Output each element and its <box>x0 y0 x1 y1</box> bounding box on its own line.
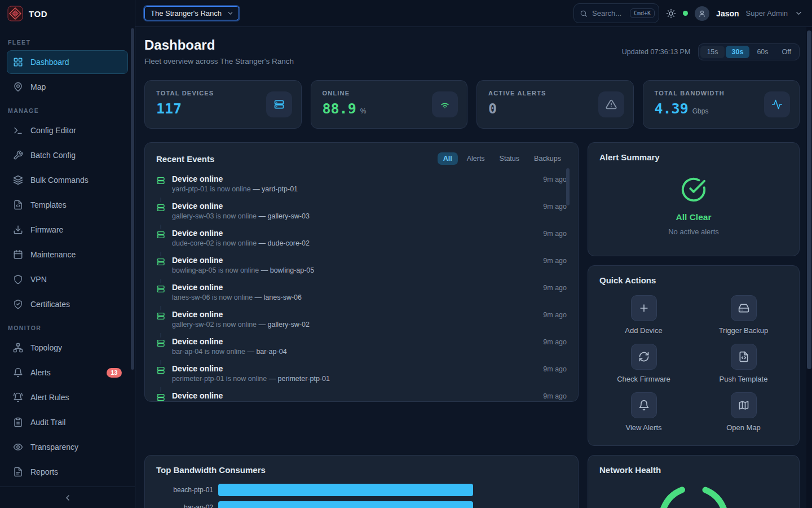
interval-button-off[interactable]: Off <box>776 46 797 58</box>
page-title: Dashboard <box>144 37 294 53</box>
stat-value: 88.9 <box>323 100 356 117</box>
event-row[interactable]: Device online 9m ago dude-core-02 is now… <box>156 225 567 252</box>
interval-button-15s[interactable]: 15s <box>700 46 724 58</box>
sidebar-nav: FLEET Dashboard Map MANAGE Config Editor… <box>0 27 135 484</box>
sidebar-item-map[interactable]: Map <box>7 75 128 99</box>
quick-action-trigger-backup[interactable]: Trigger Backup <box>694 295 793 335</box>
sidebar-item-reports[interactable]: Reports <box>7 460 128 484</box>
top-bandwidth-title: Top Bandwidth Consumers <box>156 465 266 475</box>
event-row[interactable]: Device online 9m ago gallery-sw-03 is no… <box>156 198 567 225</box>
sidebar-item-firmware[interactable]: Firmware <box>7 218 128 242</box>
quick-actions-grid: Add Device Trigger Backup Check Firmware… <box>588 291 799 432</box>
search-shortcut-badge: Cmd+K <box>630 8 655 18</box>
file-text-icon <box>13 467 23 477</box>
quick-action-open-map[interactable]: Open Map <box>694 392 793 432</box>
event-title: Device online <box>172 202 223 211</box>
event-title: Device online <box>172 310 223 319</box>
stat-icon-box <box>598 91 624 117</box>
sidebar-collapse-button[interactable] <box>0 487 135 508</box>
sidebar-item-audit-trail[interactable]: Audit Trail <box>7 410 128 434</box>
main-scrollbar-thumb[interactable] <box>807 30 811 369</box>
stat-cards: TOTAL DEVICES 117 ONLINE 88.9 % ACTIVE A… <box>144 80 800 129</box>
sidebar-item-topology[interactable]: Topology <box>7 336 128 360</box>
sidebar-item-transparency[interactable]: Transparency <box>7 435 128 459</box>
avatar[interactable] <box>695 6 709 21</box>
sidebar-item-label: Audit Trail <box>30 418 65 427</box>
event-time: 9m ago <box>543 257 567 265</box>
eye-icon <box>13 442 23 452</box>
quick-action-push-template[interactable]: Push Template <box>694 344 793 383</box>
quick-actions-panel: Quick Actions Add Device Trigger Backup … <box>588 265 800 446</box>
bell-icon <box>13 367 23 378</box>
brand-name: TOD <box>29 9 47 19</box>
alert-summary-title: Alert Summary <box>599 152 660 162</box>
event-time: 9m ago <box>543 203 567 211</box>
quick-action-add-device[interactable]: Add Device <box>594 295 694 335</box>
bar <box>218 484 473 496</box>
quick-action-label: Open Map <box>726 423 761 432</box>
network-health-panel: Network Health 88 <box>588 455 800 508</box>
main-content: Dashboard Fleet overview across The Stra… <box>135 27 812 508</box>
user-icon <box>698 10 706 17</box>
sidebar-item-label: Alerts <box>30 368 51 377</box>
layers-icon <box>13 175 23 185</box>
bell-icon <box>638 400 650 411</box>
user-menu-chevron[interactable] <box>795 9 803 17</box>
sidebar-item-label: Config Editor <box>30 126 76 135</box>
sidebar-item-maintenance[interactable]: Maintenance <box>7 243 128 266</box>
event-row[interactable]: Device online 9m ago bowling-ap-05 is no… <box>156 252 567 279</box>
sidebar-item-templates[interactable]: Templates <box>7 193 128 217</box>
event-row[interactable]: Device online 9m ago perimeter-ptp-01 is… <box>156 360 567 387</box>
interval-button-30s[interactable]: 30s <box>726 46 750 58</box>
event-time: 9m ago <box>543 311 567 319</box>
site-selector[interactable]: The Stranger's Ranch <box>144 6 239 20</box>
theme-toggle-button[interactable] <box>666 8 676 19</box>
sidebar-item-batch-config[interactable]: Batch Config <box>7 143 128 167</box>
stat-icon-box <box>266 91 292 117</box>
network-health-gauge: 88 <box>654 480 733 508</box>
search-input[interactable]: Search... Cmd+K <box>573 3 659 23</box>
event-tab-all[interactable]: All <box>438 152 458 165</box>
topbar: The Stranger's Ranch Search... Cmd+K Jas… <box>135 0 812 27</box>
event-title: Device online <box>172 364 223 373</box>
events-scrollbar-thumb[interactable] <box>566 168 570 205</box>
sidebar-item-dashboard[interactable]: Dashboard <box>7 50 128 74</box>
quick-action-view-alerts[interactable]: View Alerts <box>594 392 694 432</box>
user-name: Jason <box>716 9 739 18</box>
sidebar-item-config-editor[interactable]: Config Editor <box>7 119 128 142</box>
event-row[interactable]: Device online 9m ago lanes-sw-06 is now … <box>156 279 567 306</box>
sidebar-item-vpn[interactable]: VPN <box>7 268 128 291</box>
event-row[interactable]: Device online 9m ago <box>156 387 567 402</box>
user-role: Super Admin <box>746 9 788 17</box>
event-filter-tabs: AllAlertsStatusBackups <box>438 152 567 165</box>
stat-card-active-alerts: ACTIVE ALERTS 0 <box>476 80 634 129</box>
topbar-right: Search... Cmd+K Jason Super Admin <box>573 3 803 23</box>
event-row[interactable]: Device online 9m ago bar-ap-04 is now on… <box>156 333 567 360</box>
sidebar-item-label: Topology <box>30 343 62 352</box>
sidebar-item-alert-rules[interactable]: Alert Rules <box>7 386 128 409</box>
event-tab-alerts[interactable]: Alerts <box>461 152 491 165</box>
event-row[interactable]: Device online 9m ago gallery-sw-02 is no… <box>156 306 567 333</box>
server-icon <box>156 176 165 185</box>
interval-button-60s[interactable]: 60s <box>751 46 774 58</box>
server-icon <box>156 339 165 348</box>
event-row[interactable]: Device online 9m ago yard-ptp-01 is now … <box>156 170 567 198</box>
chevron-down-icon <box>795 9 803 17</box>
event-time: 9m ago <box>543 284 567 292</box>
sidebar-item-label: Reports <box>30 467 58 476</box>
quick-action-check-firmware[interactable]: Check Firmware <box>594 344 694 383</box>
stat-icon-box <box>432 91 458 117</box>
file-code-icon <box>738 351 749 362</box>
shield-icon <box>13 274 23 284</box>
sidebar-scrollbar-thumb[interactable] <box>131 28 134 370</box>
sidebar-item-certificates[interactable]: Certificates <box>7 292 128 316</box>
stat-value: 0 <box>488 100 497 117</box>
sidebar-item-alerts[interactable]: Alerts 13 <box>7 361 128 384</box>
recent-events-title: Recent Events <box>156 154 214 164</box>
event-tab-status[interactable]: Status <box>494 152 525 165</box>
sidebar-item-label: Bulk Commands <box>30 176 89 185</box>
event-tab-backups[interactable]: Backups <box>528 152 567 165</box>
alerts-count-badge: 13 <box>107 368 122 378</box>
sidebar-item-bulk-commands[interactable]: Bulk Commands <box>7 168 128 192</box>
main-scrollbar-track[interactable] <box>806 27 812 508</box>
